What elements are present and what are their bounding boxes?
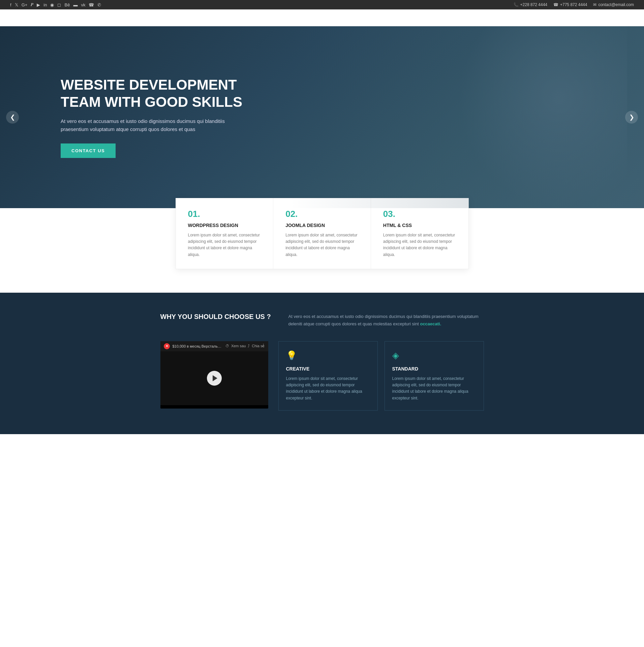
video-bar: ✕ $10,000 в месяц Верстальщиком - Вв... … (160, 341, 268, 351)
slider-prev-button[interactable]: ❮ (6, 111, 19, 124)
contact-info: 📞 +228 872 4444 ☎ +775 872 4444 ✉ contac… (514, 2, 634, 7)
play-button[interactable] (207, 371, 222, 386)
video-play-area[interactable] (160, 351, 268, 405)
standard-icon: ◈ (392, 350, 476, 361)
social-instagram[interactable]: ◻ (57, 2, 61, 7)
why-top: WHY YOU SHOULD CHOOSE US ? At vero eos e… (160, 313, 484, 328)
service-number-1: 01. (188, 209, 261, 219)
hero-section: ❮ WEBSITE DEVELOPMENTTEAM WITH GOOD SKIL… (0, 26, 644, 208)
video-title: $10,000 в месяц Верстальщиком - Вв... (173, 344, 223, 348)
service-title-3: HTML & CSS (383, 223, 456, 228)
service-title-1: WORDPRESS DESIGN (188, 223, 261, 228)
standard-title: STANDARD (392, 366, 476, 371)
social-googleplus[interactable]: G+ (22, 2, 28, 7)
social-circle1[interactable]: ◉ (50, 2, 54, 7)
social-blog[interactable]: ▬ (73, 2, 78, 7)
hero-subtitle: At vero eos et accusamus et iusto odio d… (61, 117, 236, 133)
video-close-icon[interactable]: ✕ (164, 343, 170, 349)
service-number-3: 03. (383, 209, 456, 219)
video-view-label: Xem sau (231, 344, 246, 348)
video-clock-icon: ⏱ (225, 344, 229, 348)
video-share-label: Chia sẻ (252, 344, 265, 348)
why-inner: WHY YOU SHOULD CHOOSE US ? At vero eos e… (160, 313, 484, 411)
phone2-icon: ☎ (553, 2, 558, 7)
social-vk[interactable]: vk (81, 2, 85, 7)
creative-title: CREATIVE (286, 366, 370, 371)
social-linkedin[interactable]: in (43, 2, 47, 7)
service-card-2: 02. JOOMLA DESIGN Lorem ipsum dolor sit … (273, 198, 371, 269)
video-icons: ⏱ Xem sau ⤴ Chia sẻ (225, 344, 265, 348)
email-icon: ✉ (593, 2, 596, 7)
service-desc-3: Lorem ipsum dolor sit amet, consectetur … (383, 232, 456, 258)
social-behance[interactable]: Bē (64, 2, 70, 7)
services-section: 01. WORDPRESS DESIGN Lorem ipsum dolor s… (0, 208, 644, 293)
hero-content: WEBSITE DEVELOPMENTTEAM WITH GOOD SKILLS… (61, 76, 242, 158)
video-thumbnail[interactable]: ✕ $10,000 в месяц Верстальщиком - Вв... … (160, 341, 268, 409)
navbar (0, 9, 644, 26)
service-desc-2: Lorem ipsum dolor sit amet, consectetur … (285, 232, 359, 258)
why-desc: At vero eos et accusamus et iusto odio d… (288, 313, 484, 328)
service-desc-1: Lorem ipsum dolor sit amet, consectetur … (188, 232, 261, 258)
social-whatsapp[interactable]: ✆ (97, 2, 101, 7)
phone1: 📞 +228 872 4444 (514, 2, 547, 7)
social-links[interactable]: f 𝕏 G+ 𝑷 ▶ in ◉ ◻ Bē ▬ vk ☎ ✆ (10, 2, 101, 7)
why-section: WHY YOU SHOULD CHOOSE US ? At vero eos e… (0, 293, 644, 434)
video-share-icon: ⤴ (248, 344, 250, 348)
social-youtube[interactable]: ▶ (37, 2, 40, 7)
email: ✉ contact@email.com (593, 2, 634, 7)
contact-us-button[interactable]: CONTACT US (61, 143, 116, 158)
standard-desc: Lorem ipsum dolor sit amet, consectetur … (392, 376, 476, 401)
services-cards: 01. WORDPRESS DESIGN Lorem ipsum dolor s… (176, 198, 469, 269)
service-title-2: JOOMLA DESIGN (285, 223, 359, 228)
phone2: ☎ +775 872 4444 (553, 2, 587, 7)
slider-next-button[interactable]: ❯ (625, 111, 638, 124)
social-facebook[interactable]: f (10, 2, 11, 7)
phone1-icon: 📞 (514, 2, 519, 7)
hero-title: WEBSITE DEVELOPMENTTEAM WITH GOOD SKILLS (61, 76, 242, 110)
service-card-1: 01. WORDPRESS DESIGN Lorem ipsum dolor s… (176, 198, 274, 269)
feature-card-standard: ◈ STANDARD Lorem ipsum dolor sit amet, c… (385, 341, 484, 411)
creative-icon: 💡 (286, 350, 370, 361)
hero-person-glow (459, 26, 627, 208)
top-bar: f 𝕏 G+ 𝑷 ▶ in ◉ ◻ Bē ▬ vk ☎ ✆ 📞 +228 872… (0, 0, 644, 9)
service-card-3: 03. HTML & CSS Lorem ipsum dolor sit ame… (371, 198, 468, 269)
why-title: WHY YOU SHOULD CHOOSE US ? (160, 313, 268, 321)
social-skype[interactable]: ☎ (89, 2, 94, 7)
feature-card-creative: 💡 CREATIVE Lorem ipsum dolor sit amet, c… (278, 341, 378, 411)
feature-cards: 💡 CREATIVE Lorem ipsum dolor sit amet, c… (278, 341, 484, 411)
social-twitter[interactable]: 𝕏 (15, 2, 18, 7)
why-bottom: ✕ $10,000 в месяц Верстальщиком - Вв... … (160, 341, 484, 411)
service-number-2: 02. (285, 209, 359, 219)
creative-desc: Lorem ipsum dolor sit amet, consectetur … (286, 376, 370, 401)
social-pinterest[interactable]: 𝑷 (31, 2, 33, 7)
